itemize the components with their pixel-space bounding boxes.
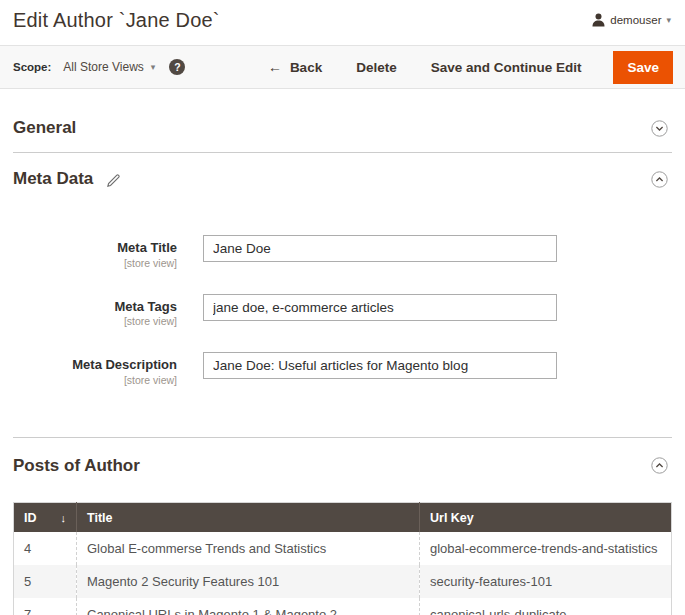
- help-icon[interactable]: ?: [169, 59, 185, 75]
- scope-group: Scope: All Store Views ▾ ?: [13, 59, 185, 75]
- post-url-key: global-ecommerce-trends-and-statistics: [420, 532, 672, 565]
- user-icon: [592, 13, 605, 27]
- meta-tags-input[interactable]: [203, 294, 557, 321]
- column-header-title[interactable]: Title: [77, 502, 420, 532]
- save-and-continue-button[interactable]: Save and Continue Edit: [414, 60, 599, 75]
- admin-user-menu[interactable]: demouser ▾: [592, 13, 671, 27]
- post-url-key: canonical-urls-duplicate: [420, 598, 672, 615]
- post-id: 4: [14, 532, 77, 565]
- delete-button[interactable]: Delete: [339, 60, 414, 75]
- sort-descending-icon: ↓: [61, 512, 67, 524]
- post-id: 5: [14, 565, 77, 598]
- field-scope-note: [store view]: [13, 257, 177, 269]
- column-header-id[interactable]: ID ↓: [14, 502, 77, 532]
- field-scope-note: [store view]: [13, 315, 177, 327]
- save-button[interactable]: Save: [613, 51, 673, 84]
- chevron-up-icon[interactable]: [651, 171, 668, 188]
- caret-down-icon: ▾: [666, 16, 671, 25]
- page-actions-toolbar: Scope: All Store Views ▾ ? ← Back Delete…: [0, 45, 685, 89]
- scope-label: Scope:: [13, 61, 51, 73]
- chevron-down-icon[interactable]: [651, 120, 668, 137]
- meta-description-input[interactable]: [203, 352, 557, 379]
- section-general: General: [13, 89, 672, 153]
- post-title: Canonical URLs in Magento 1 & Magento 2: [77, 598, 420, 615]
- field-meta-description: Meta Description [store view]: [13, 352, 672, 386]
- post-id: 7: [14, 598, 77, 615]
- section-posts-header[interactable]: Posts of Author: [13, 455, 672, 477]
- post-row[interactable]: 7 Canonical URLs in Magento 1 & Magento …: [14, 598, 672, 615]
- section-title: General: [13, 117, 76, 139]
- field-meta-title: Meta Title [store view]: [13, 235, 672, 269]
- post-row[interactable]: 4 Global E-commerse Trends and Statistic…: [14, 532, 672, 565]
- post-url-key: security-features-101: [420, 565, 672, 598]
- field-scope-note: [store view]: [13, 374, 177, 386]
- meta-data-form: Meta Title [store view] Meta Tags [store…: [13, 235, 672, 386]
- scope-value: All Store Views: [63, 60, 143, 74]
- meta-title-input[interactable]: [203, 235, 557, 262]
- section-general-header[interactable]: General: [13, 117, 672, 139]
- posts-table-header-row: ID ↓ Title Url Key: [14, 502, 672, 532]
- page-title: Edit Author `Jane Doe`: [13, 9, 220, 32]
- edit-pencil-icon[interactable]: [106, 173, 121, 188]
- column-header-url-key[interactable]: Url Key: [420, 502, 672, 532]
- caret-down-icon: ▾: [151, 63, 156, 72]
- section-title: Posts of Author: [13, 455, 140, 477]
- section-posts-of-author: Posts of Author ID ↓ Title: [13, 438, 672, 615]
- field-meta-tags: Meta Tags [store view]: [13, 294, 672, 328]
- actions-group: ← Back Delete Save and Continue Edit Sav…: [251, 51, 673, 84]
- arrow-left-icon: ←: [268, 59, 282, 75]
- field-label: Meta Description: [13, 357, 177, 373]
- post-title: Magento 2 Security Features 101: [77, 565, 420, 598]
- field-label: Meta Tags: [13, 299, 177, 315]
- chevron-up-icon[interactable]: [651, 457, 668, 474]
- edit-author-page: Edit Author `Jane Doe` demouser ▾ Scope:…: [0, 0, 685, 615]
- section-title: Meta Data: [13, 168, 93, 190]
- posts-table: ID ↓ Title Url Key 4 Global E-commerse T…: [13, 502, 672, 615]
- username: demouser: [610, 14, 661, 26]
- section-meta-data-header[interactable]: Meta Data: [13, 168, 672, 190]
- back-label: Back: [290, 60, 322, 75]
- page-header: Edit Author `Jane Doe` demouser ▾: [0, 0, 685, 45]
- back-button[interactable]: ← Back: [251, 59, 339, 75]
- field-label: Meta Title: [13, 240, 177, 256]
- post-title: Global E-commerse Trends and Statistics: [77, 532, 420, 565]
- store-view-switcher[interactable]: All Store Views ▾: [63, 60, 155, 74]
- post-row[interactable]: 5 Magento 2 Security Features 101 securi…: [14, 565, 672, 598]
- page-content: General Meta Data Meta Title: [0, 89, 685, 615]
- section-meta-data: Meta Data Meta Title [store view]: [13, 153, 672, 438]
